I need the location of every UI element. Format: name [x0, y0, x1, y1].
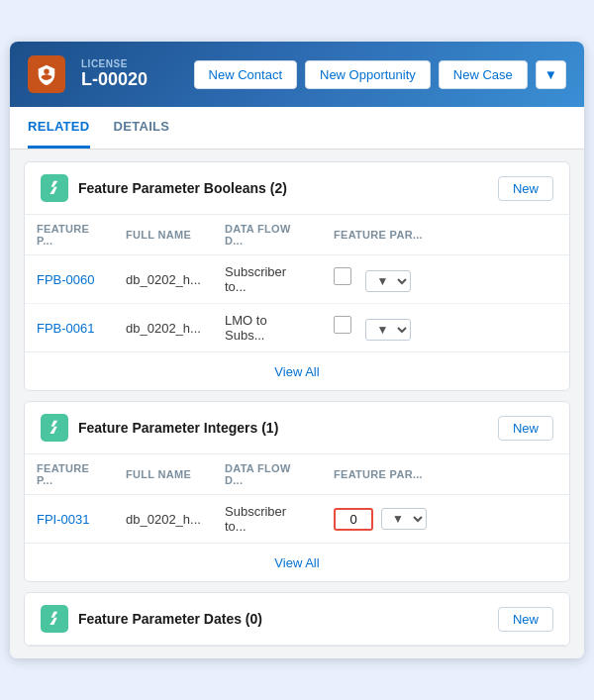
header-more-dropdown-button[interactable]: ▼ — [536, 60, 566, 89]
shield-icon — [36, 63, 57, 85]
license-number: L-00020 — [81, 69, 148, 91]
new-opportunity-button[interactable]: New Opportunity — [305, 60, 431, 89]
tab-details[interactable]: DETAILS — [114, 107, 170, 149]
booleans-view-all-link[interactable]: View All — [274, 364, 319, 379]
booleans-section: Feature Parameter Booleans (2) New FEATU… — [24, 161, 570, 391]
booleans-row1-checkbox[interactable] — [334, 316, 351, 334]
integers-icon — [41, 414, 68, 442]
fpi-0031-link[interactable]: FPI-0031 — [37, 512, 89, 527]
integers-section-header: Feature Parameter Integers (1) New — [25, 402, 569, 454]
booleans-icon — [41, 174, 68, 202]
dates-icon — [41, 605, 68, 633]
integers-new-button[interactable]: New — [498, 416, 553, 441]
fpb-0061-link[interactable]: FPB-0061 — [37, 321, 95, 336]
tabs-bar: RELATED DETAILS — [10, 107, 584, 150]
booleans-row1-dataflow: LMO to Subs... — [213, 304, 322, 352]
booleans-col-feature-p: FEATURE P... — [25, 215, 114, 255]
new-contact-button[interactable]: New Contact — [194, 60, 297, 89]
booleans-col-data-flow: DATA FLOW D... — [213, 215, 322, 255]
integers-title-group: Feature Parameter Integers (1) — [41, 414, 278, 442]
booleans-new-button[interactable]: New — [498, 176, 553, 201]
booleans-table: FEATURE P... FULL NAME DATA FLOW D... FE… — [25, 215, 569, 351]
integers-view-all: View All — [25, 543, 569, 581]
lightning-icon-integers — [47, 420, 62, 436]
integers-col-feature-p: FEATURE P... — [25, 454, 114, 495]
table-row: FPI-0031 db_0202_h... Subscriber to... 0… — [25, 495, 569, 544]
integer-value-group: 0 ▼ — [334, 508, 427, 531]
main-content: Feature Parameter Booleans (2) New FEATU… — [10, 150, 584, 658]
new-case-button[interactable]: New Case — [439, 60, 528, 89]
main-card: LICENSE L-00020 New Contact New Opportun… — [10, 42, 584, 658]
integers-section: Feature Parameter Integers (1) New FEATU… — [24, 401, 570, 582]
integers-table: FEATURE P... FULL NAME DATA FLOW D... FE… — [25, 454, 569, 543]
integers-row0-fullname: db_0202_h... — [114, 495, 213, 544]
booleans-row1-dropdown[interactable]: ▼ — [365, 319, 411, 341]
integers-row0-dataflow: Subscriber to... — [213, 495, 322, 544]
tab-related[interactable]: RELATED — [28, 107, 90, 149]
dates-title-group: Feature Parameter Dates (0) — [41, 605, 262, 633]
booleans-row0-dataflow: Subscriber to... — [213, 255, 322, 304]
integers-row0-dropdown[interactable]: ▼ — [381, 508, 427, 530]
dates-new-button[interactable]: New — [498, 607, 553, 632]
integers-view-all-link[interactable]: View All — [274, 555, 319, 570]
integers-row0-par: 0 ▼ — [322, 495, 569, 544]
booleans-col-feature-par: FEATURE PAR... — [322, 215, 569, 255]
booleans-row1-fullname: db_0202_h... — [114, 304, 213, 352]
booleans-row0-dropdown[interactable]: ▼ — [365, 270, 411, 292]
table-row: FPB-0060 db_0202_h... Subscriber to... ▼ — [25, 255, 569, 304]
lightning-icon-dates — [47, 611, 62, 627]
integers-section-title: Feature Parameter Integers (1) — [78, 420, 278, 436]
license-badge-icon — [28, 55, 65, 93]
booleans-section-header: Feature Parameter Booleans (2) New — [25, 162, 569, 215]
table-row: FPB-0061 db_0202_h... LMO to Subs... ▼ — [25, 304, 569, 352]
header: LICENSE L-00020 New Contact New Opportun… — [10, 42, 584, 107]
chevron-down-icon: ▼ — [544, 67, 557, 82]
booleans-row1-par: ▼ — [322, 304, 569, 352]
integers-col-feature-par: FEATURE PAR... — [322, 454, 569, 495]
integers-col-data-flow: DATA FLOW D... — [213, 454, 322, 495]
dates-section: Feature Parameter Dates (0) New — [24, 592, 570, 647]
booleans-row0-checkbox[interactable] — [334, 267, 351, 285]
booleans-row0-fullname: db_0202_h... — [114, 255, 213, 304]
booleans-title-group: Feature Parameter Booleans (2) — [41, 174, 287, 202]
fpb-0060-link[interactable]: FPB-0060 — [37, 272, 95, 287]
booleans-row0-par: ▼ — [322, 255, 569, 304]
integer-value-display: 0 — [334, 508, 373, 531]
booleans-col-full-name: FULL NAME — [114, 215, 213, 255]
license-label: LICENSE — [81, 58, 148, 69]
dates-section-header: Feature Parameter Dates (0) New — [25, 593, 569, 646]
license-info: LICENSE L-00020 — [81, 58, 148, 91]
integers-col-full-name: FULL NAME — [114, 454, 213, 495]
booleans-view-all: View All — [25, 351, 569, 390]
dates-section-title: Feature Parameter Dates (0) — [78, 611, 262, 627]
header-actions: New Contact New Opportunity New Case ▼ — [194, 60, 566, 89]
lightning-icon — [47, 180, 62, 196]
booleans-section-title: Feature Parameter Booleans (2) — [78, 180, 287, 196]
